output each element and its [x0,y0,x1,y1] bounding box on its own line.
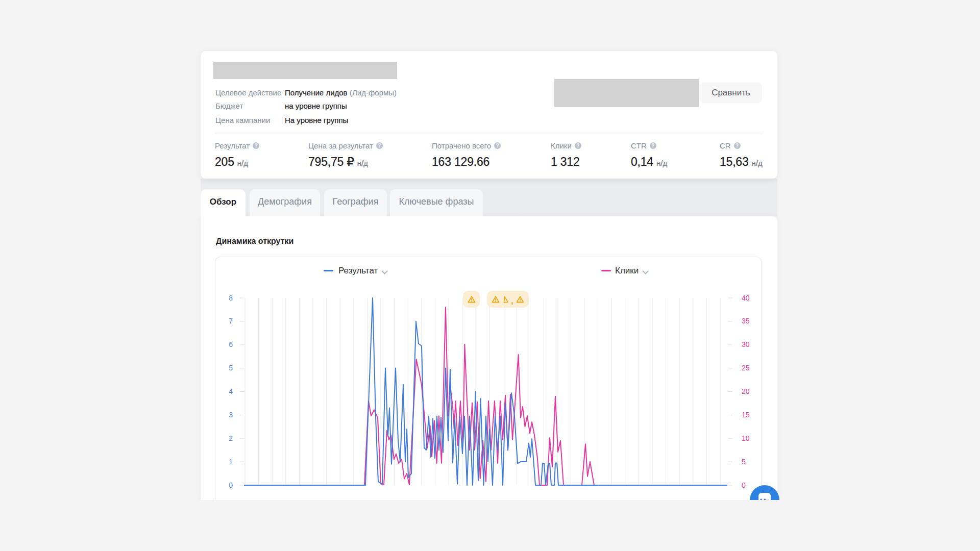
svg-text:20: 20 [742,387,750,395]
svg-text:40: 40 [742,294,750,302]
svg-text:3: 3 [229,411,233,419]
svg-text:30: 30 [742,340,750,348]
svg-text:7: 7 [229,317,233,325]
svg-text:5: 5 [229,364,233,372]
svg-text:4: 4 [229,387,233,395]
svg-text:8: 8 [229,294,233,302]
svg-text:1: 1 [229,458,233,466]
svg-text:25: 25 [742,364,750,372]
svg-text:10: 10 [742,434,750,442]
svg-text:5: 5 [742,458,746,466]
svg-text:15: 15 [742,411,750,419]
svg-text:0: 0 [742,481,746,489]
svg-text:6: 6 [229,340,233,348]
svg-text:2: 2 [229,434,233,442]
svg-text:35: 35 [742,317,750,325]
svg-text:0: 0 [229,481,233,489]
